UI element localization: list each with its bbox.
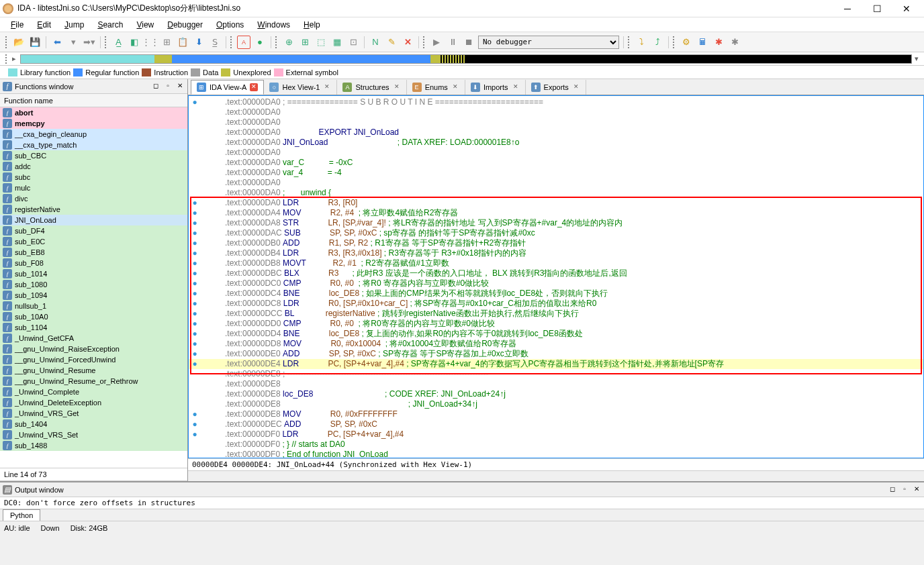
disasm-line[interactable]: .text:00000DA0 var_C = -0xC (189, 158, 923, 168)
disasm-line[interactable]: ●.text:00000DAC SUB SP, SP, #0xC ; sp寄存器… (189, 228, 923, 238)
panel-undock-icon[interactable]: ◻ (151, 82, 160, 91)
delete-icon[interactable]: ✕ (401, 36, 414, 49)
function-row[interactable]: fregisterNative (0, 204, 187, 215)
function-row[interactable]: fsub_CBC (0, 150, 187, 161)
disasm-line[interactable]: ●.text:00000DE4 LDR PC, [SP+4+var_4],#4 … (189, 359, 923, 369)
undef-icon[interactable]: ⊡ (346, 36, 360, 49)
tab-close-icon[interactable]: ✕ (451, 83, 459, 91)
disasm-line[interactable]: .text:00000DE8 ; JNI_OnLoad+34↑j (189, 399, 923, 409)
function-row[interactable]: fsubc (0, 172, 187, 183)
function-row[interactable]: fmemcpy (0, 118, 187, 129)
back-icon[interactable]: ⬅ (50, 36, 64, 49)
function-row[interactable]: faddc (0, 161, 187, 172)
function-row[interactable]: fsub_10A0 (0, 311, 187, 322)
disasm-line[interactable]: ●.text:00000DA0 ; =============== S U B … (189, 97, 923, 107)
disasm-line[interactable]: ●.text:00000DA8 STR LR, [SP,#var_4]! ; 将… (189, 218, 923, 228)
function-row[interactable]: fmulc (0, 183, 187, 193)
tab-exports[interactable]: ⬆Exports✕ (526, 80, 586, 95)
function-row[interactable]: fsub_1014 (0, 268, 187, 279)
h-scrollbar[interactable] (188, 470, 924, 481)
function-row[interactable]: f__gnu_Unwind_Resume (0, 365, 187, 376)
save-icon[interactable]: 💾 (28, 36, 42, 49)
function-row[interactable]: f_Unwind_DeleteException (0, 397, 187, 408)
output-close-icon[interactable]: ✕ (912, 485, 921, 495)
output-max-icon[interactable]: ▫ (900, 485, 909, 495)
tab-enums[interactable]: EEnums✕ (407, 80, 465, 95)
forward2-icon[interactable]: ➡▾ (83, 36, 96, 49)
code-icon[interactable]: ⊕ (282, 36, 295, 49)
tab-hex-view-1[interactable]: ○Hex View-1✕ (264, 80, 337, 95)
step-over-icon[interactable]: ⤴ (651, 36, 664, 49)
close-button[interactable]: ✕ (892, 0, 921, 17)
output-undock-icon[interactable]: ◻ (888, 485, 897, 495)
array-icon[interactable]: ▦ (330, 36, 344, 49)
disasm-line[interactable]: ●.text:00000DD0 CMP R0, #0 ; 将R0寄存器的内容与立… (189, 319, 923, 329)
menu-search[interactable]: Search (92, 19, 128, 31)
options-icon[interactable]: ⚙ (680, 36, 693, 49)
disasm-line[interactable]: ●.text:00000DF0 LDR PC, [SP+4+var_4],#4 (189, 429, 923, 440)
function-row[interactable]: fsub_1404 (0, 419, 187, 429)
disasm-line[interactable]: .text:00000DA0 (189, 117, 923, 127)
tab-close-icon[interactable]: ✕ (572, 83, 580, 91)
tab-close-icon[interactable]: ✕ (323, 83, 331, 91)
function-row[interactable]: f_Unwind_Complete (0, 387, 187, 397)
seq-icon[interactable]: ⋮⋮ (144, 36, 157, 49)
function-row[interactable]: fdivc (0, 193, 187, 204)
function-row[interactable]: fnullsub_1 (0, 301, 187, 311)
down-icon[interactable]: ⬇ (192, 36, 205, 49)
x2-icon[interactable]: ✱ (728, 36, 741, 49)
tab-ida-view-a[interactable]: ⊞IDA View-A✕ (191, 80, 264, 95)
disasm-line[interactable]: .text:00000DA0 EXPORT JNI_OnLoad (189, 127, 923, 138)
stop-icon[interactable]: ⏹ (462, 36, 475, 49)
menu-edit[interactable]: Edit (32, 19, 56, 31)
step-into-icon[interactable]: ⤵ (635, 36, 648, 49)
menu-jump[interactable]: Jump (59, 19, 89, 31)
function-row[interactable]: fsub_1080 (0, 279, 187, 290)
data-icon[interactable]: ⊞ (298, 36, 312, 49)
disasm-line[interactable]: ●.text:00000DB4 LDR R3, [R3,#0x18] ; R3寄… (189, 248, 923, 258)
navigation-strip[interactable] (20, 54, 912, 64)
maximize-button[interactable]: ☐ (862, 0, 892, 17)
x1-icon[interactable]: ✱ (712, 36, 725, 49)
strings-icon[interactable]: S̲ (208, 36, 222, 49)
panel-close-icon[interactable]: ✕ (175, 82, 185, 91)
forward-icon[interactable]: ▾ (66, 36, 80, 49)
function-row[interactable]: f__gnu_Unwind_Resume_or_Rethrow (0, 376, 187, 387)
disasm-line[interactable]: ●.text:00000DE0 ADD SP, SP, #0xC ; SP寄存器… (189, 349, 923, 359)
disasm-line[interactable]: .text:00000DE8 loc_DE8 ; CODE XREF: JNI_… (189, 389, 923, 399)
panel-max-icon[interactable]: ▫ (163, 82, 173, 91)
function-row[interactable]: fsub_E0C (0, 236, 187, 247)
function-row[interactable]: f__cxa_type_match (0, 140, 187, 150)
disasm-line[interactable]: .text:00000DF0 ; } // starts at DA0 (189, 440, 923, 450)
imm-icon[interactable]: ⊞ (160, 36, 173, 49)
disasm-line[interactable]: ●.text:00000DB8 MOVT R2, #1 ; R2寄存器赋值#1立… (189, 258, 923, 268)
disasm-line[interactable]: ●.text:00000DC0 CMP R0, #0 ; 将R0 寄存器内容与立… (189, 278, 923, 289)
tab-close-icon[interactable]: ✕ (512, 83, 520, 91)
disasm-line[interactable]: .text:00000DA0 ; __unwind { (189, 188, 923, 198)
function-row[interactable]: fsub_EB8 (0, 247, 187, 258)
function-row[interactable]: f__cxa_begin_cleanup (0, 129, 187, 140)
disasm-line[interactable]: .text:00000DA0 (189, 178, 923, 188)
disasm-line[interactable]: ●.text:00000DA0 LDR R3, [R0] (189, 198, 923, 208)
disasm-line[interactable]: .text:00000DA0 (189, 148, 923, 158)
disassembly-view[interactable]: ●.text:00000DA0 ; =============== S U B … (188, 95, 924, 458)
functions-column-header[interactable]: Function name (0, 94, 187, 107)
disasm-line[interactable]: .text:00000DA0 (189, 107, 923, 117)
minimize-button[interactable]: ─ (833, 0, 862, 17)
calc-icon[interactable]: 🖩 (696, 36, 709, 49)
names-icon[interactable]: 📋 (176, 36, 189, 49)
disasm-line[interactable]: ●.text:00000DCC BL registerNative ; 跳转到r… (189, 309, 923, 319)
disasm-line[interactable]: ●.text:00000DBC BLX R3 ; 此时R3 应该是一个函数的入口… (189, 268, 923, 278)
menu-help[interactable]: Help (298, 19, 326, 31)
menu-debugger[interactable]: Debugger (162, 19, 208, 31)
menu-windows[interactable]: Windows (252, 19, 295, 31)
python-tab[interactable]: Python (3, 509, 40, 521)
function-row[interactable]: f_Unwind_VRS_Set (0, 429, 187, 440)
function-row[interactable]: fsub_1104 (0, 322, 187, 333)
text-icon[interactable]: A̲ (111, 36, 125, 49)
disasm-line[interactable]: .text:00000DA0 JNI_OnLoad ; DATA XREF: L… (189, 138, 923, 148)
menu-view[interactable]: View (131, 19, 159, 31)
functions-list[interactable]: fabortfmemcpyf__cxa_begin_cleanupf__cxa_… (0, 107, 187, 468)
disasm-line[interactable]: ●.text:00000DC4 BNE loc_DE8 ; 如果上面的CMP结果… (189, 289, 923, 299)
tab-imports[interactable]: ⬇Imports✕ (465, 80, 526, 95)
